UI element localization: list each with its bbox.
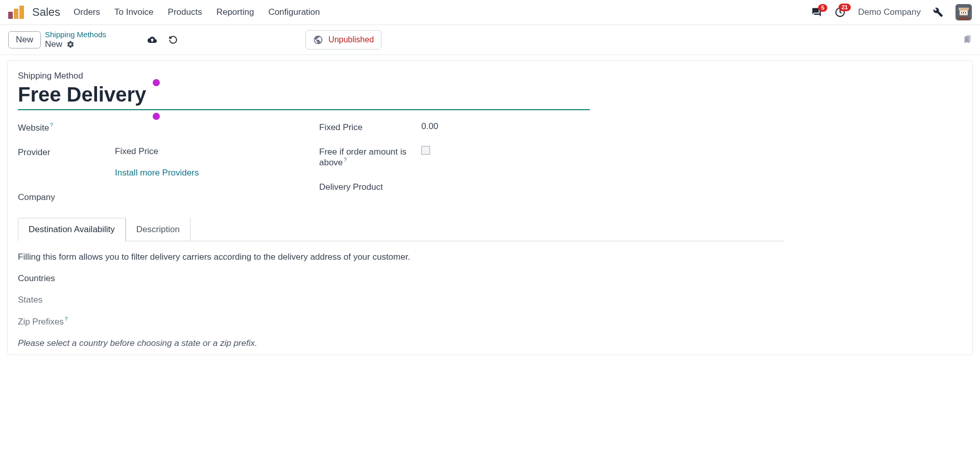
fixed-price-field[interactable]: Fixed Price 0.00 <box>319 121 590 133</box>
gear-icon[interactable] <box>66 40 75 48</box>
company-switcher[interactable]: Demo Company <box>858 7 921 17</box>
activities-icon[interactable]: 21 <box>834 7 846 18</box>
text-cursor-handle-bottom[interactable] <box>153 113 160 120</box>
new-button[interactable]: New <box>8 31 41 48</box>
messages-badge: 5 <box>818 4 827 12</box>
publish-status-label: Unpublished <box>328 35 374 44</box>
debug-icon[interactable] <box>933 7 943 17</box>
svg-rect-8 <box>965 12 966 13</box>
company-field[interactable]: Company <box>18 191 289 203</box>
nav-configuration[interactable]: Configuration <box>268 7 320 17</box>
form-right-column: Fixed Price 0.00 Free if order amount is… <box>319 121 590 203</box>
free-if-above-field[interactable]: Free if order amount is above? <box>319 146 590 168</box>
install-providers-link[interactable]: Install more Providers <box>115 168 199 178</box>
breadcrumb: Shipping Methods New <box>45 30 106 49</box>
cloud-save-icon[interactable] <box>147 35 157 44</box>
website-field[interactable]: Website? <box>18 121 289 133</box>
form-left-column: Website? Provider Fixed Price Install mo… <box>18 121 289 203</box>
globe-icon <box>313 35 323 45</box>
countries-field[interactable]: Countries <box>18 273 784 284</box>
zip-prefixes-field: Zip Prefixes? <box>18 316 784 327</box>
messages-icon[interactable]: 5 <box>811 7 822 17</box>
activities-badge: 21 <box>839 4 851 11</box>
fixed-price-value[interactable]: 0.00 <box>421 121 590 132</box>
delivery-product-field[interactable]: Delivery Product <box>319 181 590 192</box>
destination-intro: Filling this form allows you to filter d… <box>18 252 784 262</box>
tab-description[interactable]: Description <box>126 218 190 241</box>
nav-products[interactable]: Products <box>168 7 202 17</box>
svg-rect-9 <box>959 17 969 20</box>
user-avatar[interactable] <box>955 4 972 20</box>
breadcrumb-current: New <box>45 39 62 49</box>
nav-reporting[interactable]: Reporting <box>217 7 254 17</box>
help-icon[interactable]: ? <box>344 157 347 163</box>
free-if-above-checkbox[interactable] <box>421 146 430 155</box>
control-panel: New Shipping Methods New Unpublished <box>0 25 980 55</box>
shipping-method-name-input[interactable] <box>18 81 590 110</box>
title-field-label: Shipping Method <box>18 71 590 81</box>
bookmark-icon[interactable] <box>963 34 972 45</box>
topbar-right: 5 21 Demo Company <box>811 4 972 20</box>
tab-destination-availability[interactable]: Destination Availability <box>18 218 126 241</box>
discard-icon[interactable] <box>169 35 178 44</box>
svg-rect-6 <box>963 12 964 13</box>
states-field: States <box>18 295 784 305</box>
breadcrumb-parent[interactable]: Shipping Methods <box>45 30 106 39</box>
app-name[interactable]: Sales <box>32 6 60 19</box>
form-tabs: Destination Availability Description <box>18 218 784 241</box>
form-sheet: Shipping Method Website? Provider Fixed … <box>7 60 973 355</box>
destination-warning: Please select a country before choosing … <box>18 338 784 348</box>
provider-field[interactable]: Provider Fixed Price Install more Provid… <box>18 146 289 178</box>
main-nav: Orders To Invoice Products Reporting Con… <box>74 7 320 17</box>
nav-orders[interactable]: Orders <box>74 7 100 17</box>
provider-value[interactable]: Fixed Price <box>115 146 289 157</box>
topbar: Sales Orders To Invoice Products Reporti… <box>0 0 980 25</box>
svg-rect-2 <box>959 8 969 10</box>
publish-status[interactable]: Unpublished <box>305 30 381 49</box>
nav-to-invoice[interactable]: To Invoice <box>114 7 154 17</box>
tab-content-destination: Filling this form allows you to filter d… <box>18 241 784 355</box>
help-icon[interactable]: ? <box>65 316 68 322</box>
svg-rect-7 <box>961 12 962 13</box>
help-icon[interactable]: ? <box>50 122 53 128</box>
app-logo[interactable] <box>8 6 24 19</box>
